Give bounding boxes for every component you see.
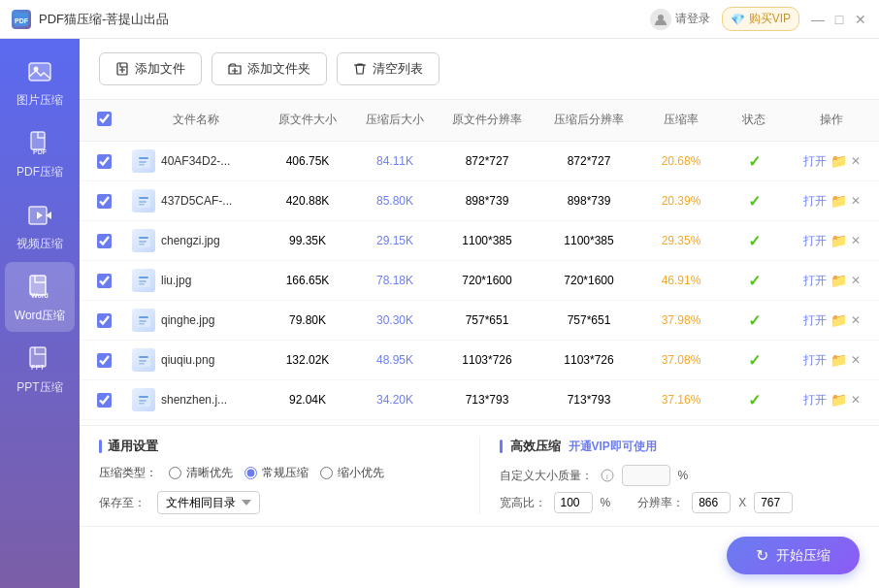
sidebar-item-ppt-label: PPT压缩 (16, 379, 62, 396)
remove-button[interactable]: ✕ (851, 154, 861, 168)
folder-button[interactable]: 📁 (830, 392, 847, 408)
add-file-button[interactable]: 添加文件 (99, 52, 202, 85)
start-btn-area: ↻ 开始压缩 (80, 526, 879, 588)
status: ✓ (720, 270, 788, 292)
folder-button[interactable]: 📁 (830, 233, 847, 248)
ratio-row: 宽高比： % 分辨率： X (500, 492, 861, 513)
sidebar-item-ppt[interactable]: PPT PPT压缩 (5, 334, 75, 404)
row-checkbox[interactable] (97, 274, 112, 288)
orig-res: 1100*385 (439, 232, 536, 249)
titlebar-left: PDF PDF猫压缩-菩提山出品 (12, 10, 169, 29)
folder-button[interactable]: 📁 (830, 153, 847, 169)
ratio: 37.16% (642, 391, 720, 408)
quality-input[interactable] (622, 465, 670, 486)
open-button[interactable]: 打开 (803, 273, 827, 289)
type-normal-radio[interactable]: 常规压缩 (244, 465, 309, 481)
open-button[interactable]: 打开 (803, 233, 827, 249)
ratio: 20.68% (642, 152, 720, 170)
info-icon: i (601, 469, 614, 482)
row-checkbox[interactable] (97, 393, 112, 408)
sidebar-item-image[interactable]: 图片压缩 (5, 47, 75, 116)
remove-button[interactable]: ✕ (851, 393, 861, 407)
save-path-select[interactable]: 文件相同目录 (157, 491, 260, 514)
orig-size: 166.65K (264, 272, 351, 289)
add-folder-button[interactable]: 添加文件夹 (212, 52, 327, 85)
login-button[interactable]: 请登录 (650, 9, 710, 30)
row-checkbox-cell (80, 152, 128, 171)
folder-button[interactable]: 📁 (830, 352, 847, 368)
svg-rect-25 (139, 241, 146, 243)
open-button[interactable]: 打开 (803, 193, 827, 210)
restore-button[interactable]: □ (832, 13, 846, 26)
type-clear-radio[interactable]: 清晰优先 (169, 465, 233, 481)
folder-button[interactable]: 📁 (830, 273, 847, 288)
file-thumb (132, 388, 155, 411)
svg-rect-20 (139, 197, 148, 199)
ppt-icon: PPT (24, 343, 55, 375)
svg-rect-41 (139, 400, 146, 402)
action-cell: 打开 📁 ✕ (788, 310, 875, 331)
vip-link[interactable]: 开通VIP即可使用 (569, 439, 657, 455)
minimize-button[interactable]: — (811, 13, 825, 26)
file-name-cell: qiuqiu.png (128, 346, 264, 374)
settings-area: 通用设置 压缩类型： 清晰优先 常规压缩 缩小优先 (80, 425, 879, 526)
file-thumb (132, 229, 155, 252)
done-icon: ✓ (748, 153, 761, 170)
svg-text:PPT: PPT (31, 364, 45, 371)
open-button[interactable]: 打开 (803, 153, 827, 170)
row-checkbox[interactable] (97, 353, 112, 368)
add-folder-icon (228, 62, 242, 76)
svg-rect-34 (139, 323, 145, 325)
vip-button[interactable]: 💎 购买VIP (722, 7, 799, 31)
select-all-checkbox[interactable] (97, 112, 112, 126)
ratio-input[interactable] (554, 492, 593, 513)
comp-res: 757*651 (536, 311, 642, 329)
open-button[interactable]: 打开 (803, 352, 827, 369)
close-button[interactable]: ✕ (854, 13, 867, 26)
svg-rect-17 (139, 161, 146, 163)
comp-res: 1100*385 (536, 232, 642, 249)
res-w-input[interactable] (692, 492, 731, 513)
row-checkbox[interactable] (97, 194, 112, 209)
remove-button[interactable]: ✕ (851, 353, 861, 367)
remove-button[interactable]: ✕ (851, 194, 861, 208)
content-area: 添加文件 添加文件夹 清空列表 文件名称 原文件大小 压缩后大小 原文件分辨率 (80, 39, 879, 588)
type-small-label: 缩小优先 (338, 465, 384, 481)
row-checkbox[interactable] (97, 154, 112, 169)
start-compress-button[interactable]: ↻ 开始压缩 (727, 537, 860, 574)
folder-button[interactable]: 📁 (830, 193, 847, 209)
file-thumb (132, 149, 155, 173)
row-checkbox[interactable] (97, 313, 112, 328)
clear-list-button[interactable]: 清空列表 (337, 52, 440, 85)
start-btn-label: 开始压缩 (776, 547, 830, 565)
row-checkbox[interactable] (97, 234, 112, 248)
file-name-text: liu.jpg (161, 274, 191, 287)
folder-button[interactable]: 📁 (830, 312, 847, 328)
res-label: 分辨率： (637, 495, 684, 511)
remove-button[interactable]: ✕ (851, 234, 861, 247)
svg-rect-29 (139, 280, 146, 282)
open-button[interactable]: 打开 (803, 392, 827, 408)
row-checkbox-cell (80, 311, 128, 330)
remove-button[interactable]: ✕ (851, 313, 861, 327)
type-small-radio[interactable]: 缩小优先 (320, 465, 384, 481)
row-checkbox-cell (80, 391, 128, 409)
open-button[interactable]: 打开 (803, 312, 827, 329)
col-orig-size: 原文件大小 (264, 108, 351, 133)
file-name-cell: qinghe.jpg (128, 307, 264, 334)
sidebar-item-pdf-label: PDF压缩 (16, 164, 63, 180)
sidebar-item-video[interactable]: 视频压缩 (5, 190, 75, 260)
orig-size: 79.80K (264, 311, 351, 329)
remove-button[interactable]: ✕ (851, 274, 861, 287)
table-header: 文件名称 原文件大小 压缩后大小 原文件分辨率 压缩后分辨率 压缩率 状态 操作 (80, 100, 879, 142)
sidebar-item-video-label: 视频压缩 (16, 236, 63, 252)
row-checkbox-cell (80, 351, 128, 370)
file-thumb (132, 309, 155, 332)
status: ✓ (720, 150, 788, 173)
sidebar-item-image-label: 图片压缩 (16, 92, 63, 109)
comp-size: 29.15K (351, 232, 439, 249)
file-name-text: 437D5CAF-... (161, 194, 232, 208)
sidebar-item-pdf[interactable]: PDF PDF压缩 (5, 118, 75, 188)
sidebar-item-word[interactable]: Word Word压缩 (5, 262, 75, 332)
res-h-input[interactable] (754, 492, 793, 513)
